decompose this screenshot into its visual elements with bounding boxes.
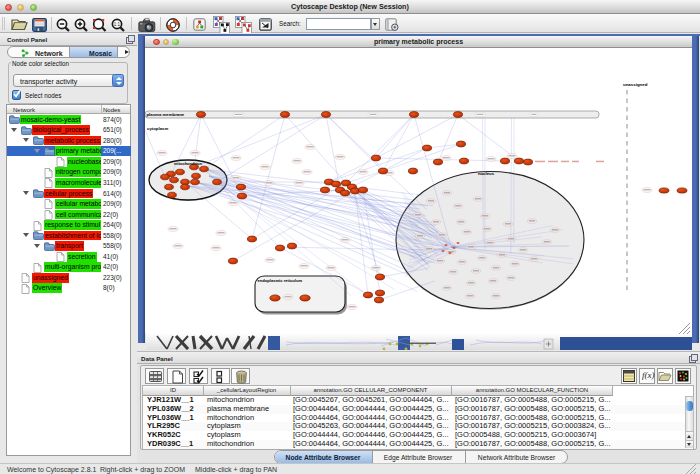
svg-text:cytoplasm: cytoplasm: [147, 126, 168, 131]
svg-text:nucleus: nucleus: [478, 171, 495, 176]
svg-text:unassigned: unassigned: [623, 82, 648, 87]
svg-text:mitochondrion: mitochondrion: [174, 161, 203, 166]
svg-text:1:1: 1:1: [114, 22, 121, 27]
svg-text:plasma membrane: plasma membrane: [147, 112, 185, 117]
svg-text:endoplasmic reticulum: endoplasmic reticulum: [258, 278, 303, 283]
